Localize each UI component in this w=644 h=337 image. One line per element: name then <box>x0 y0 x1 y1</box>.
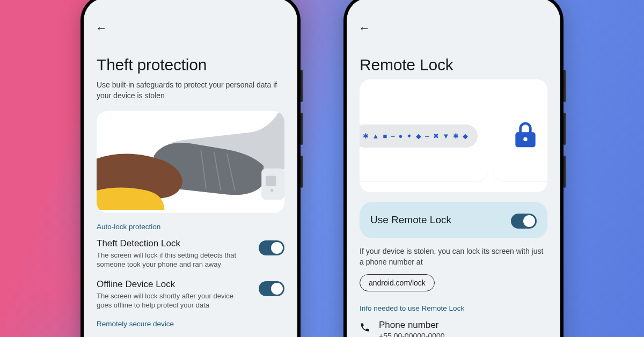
toggle-offline-lock[interactable] <box>259 281 284 296</box>
illustration-card: ✱ ▲ ■ – ● ✦ ◆ – ✖ ▼ ✱ ◆ <box>360 79 547 192</box>
setting-title: Offline Device Lock <box>97 279 247 290</box>
link-remotely-secure[interactable]: Remotely secure device <box>97 320 284 328</box>
toggle-use-remote-lock-row[interactable]: Use Remote Lock <box>360 202 547 238</box>
phone-left: ← Theft protection Use built-in safeguar… <box>80 0 301 337</box>
status-bar <box>347 0 560 16</box>
setting-text: Theft Detection Lock The screen will loc… <box>97 238 247 269</box>
toggle-theft-detection[interactable] <box>259 240 284 255</box>
glyph-icon: ✦ <box>406 132 412 140</box>
page-title: Remote Lock <box>360 56 547 74</box>
svg-rect-2 <box>266 175 276 186</box>
setting-subtitle: The screen will lock if this setting det… <box>97 251 247 269</box>
top-app-bar: ← <box>347 16 560 39</box>
toggle-label: Use Remote Lock <box>370 214 451 226</box>
svg-point-3 <box>270 188 274 192</box>
section-label-autolock: Auto-lock protection <box>97 223 284 231</box>
setting-offline-lock[interactable]: Offline Device Lock The screen will lock… <box>97 279 284 310</box>
glyph-icon: ✱ <box>453 132 459 140</box>
password-pill: ✱ ▲ ■ – ● ✦ ◆ – ✖ ▼ ✱ ◆ <box>360 124 478 148</box>
back-arrow-icon[interactable]: ← <box>356 18 372 39</box>
info-text: Phone number +55 00-00000-0000 <box>379 320 445 337</box>
glyph-icon: ✖ <box>433 132 439 140</box>
setting-title: Theft Detection Lock <box>97 238 247 249</box>
description-text: If your device is stolen, you can lock i… <box>360 246 547 268</box>
phone-icon <box>360 322 370 335</box>
keyboard-card: ✱ ▲ ■ – ● ✦ ◆ – ✖ ▼ ✱ ◆ <box>360 90 488 181</box>
screen-right: ← Remote Lock ✱ ▲ ■ – ● ✦ ◆ – ✖ ▼ <box>347 0 560 337</box>
status-bar <box>84 0 297 16</box>
glyph-icon: ▼ <box>443 132 450 140</box>
page-subtitle: Use built-in safeguards to protect your … <box>97 79 279 101</box>
setting-text: Offline Device Lock The screen will lock… <box>97 279 247 310</box>
top-app-bar: ← <box>84 16 297 39</box>
glyph-icon: ◆ <box>416 132 421 140</box>
glyph-icon: ● <box>399 132 403 140</box>
setting-subtitle: The screen will lock shortly after your … <box>97 291 247 310</box>
page-title: Theft protection <box>97 56 284 74</box>
illustration-card <box>97 111 284 213</box>
screen-left: ← Theft protection Use built-in safeguar… <box>84 0 297 337</box>
content-area: Theft protection Use built-in safeguards… <box>84 39 297 328</box>
content-area: Remote Lock ✱ ▲ ■ – ● ✦ ◆ – ✖ ▼ ✱ <box>347 39 560 337</box>
glyph-icon: ▲ <box>372 132 379 140</box>
glyph-icon: ✱ <box>363 132 369 140</box>
lock-icon <box>510 120 540 152</box>
section-label-info: Info needed to use Remote Lock <box>360 304 547 312</box>
glyph-icon: ◆ <box>463 132 468 140</box>
toggle-use-remote-lock[interactable] <box>511 214 537 229</box>
info-value: +55 00-00000-0000 <box>379 332 445 337</box>
info-row-phone-number[interactable]: Phone number +55 00-00000-0000 <box>360 320 547 337</box>
setting-theft-detection[interactable]: Theft Detection Lock The screen will loc… <box>97 238 284 269</box>
url-chip[interactable]: android.com/lock <box>360 274 435 291</box>
back-arrow-icon[interactable]: ← <box>93 18 109 39</box>
info-title: Phone number <box>379 320 445 331</box>
phone-right: ← Remote Lock ✱ ▲ ■ – ● ✦ ◆ – ✖ ▼ <box>343 0 564 337</box>
glyph-icon: – <box>391 132 394 140</box>
glyph-icon: ■ <box>383 132 387 140</box>
lock-card <box>493 90 547 181</box>
theft-illustration <box>97 111 284 210</box>
glyph-icon: – <box>425 132 429 140</box>
